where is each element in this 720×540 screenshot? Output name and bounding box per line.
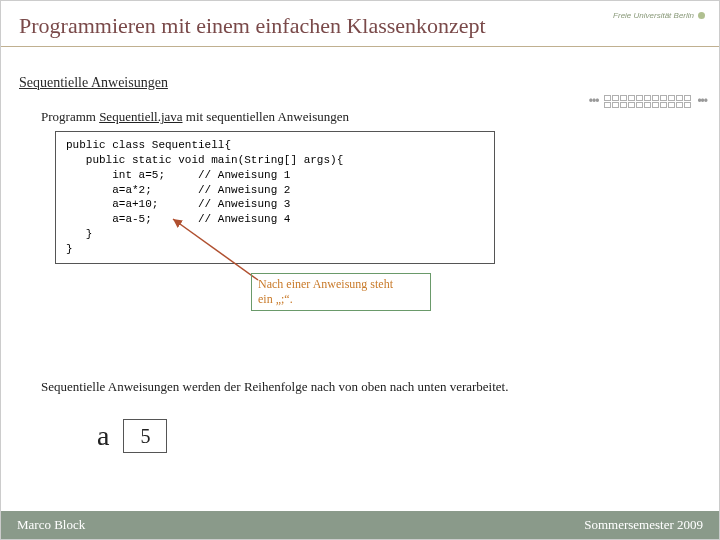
logo-text: Freie Universität Berlin bbox=[613, 11, 694, 20]
section-title: Sequentielle Anweisungen bbox=[19, 75, 719, 91]
page-title: Programmieren mit einem einfachen Klasse… bbox=[1, 1, 719, 39]
slide: Programmieren mit einem einfachen Klasse… bbox=[0, 0, 720, 540]
footer-semester: Sommersemester 2009 bbox=[584, 517, 703, 533]
header: Programmieren mit einem einfachen Klasse… bbox=[1, 1, 719, 47]
footer-author: Marco Block bbox=[17, 517, 85, 533]
film-strip-graphic: ••• ••• bbox=[589, 91, 707, 111]
code-block: public class Sequentiell{ public static … bbox=[55, 131, 495, 264]
film-frames bbox=[604, 95, 691, 108]
variable-value: 5 bbox=[123, 419, 167, 453]
dots-right-icon: ••• bbox=[697, 94, 707, 108]
annotation-box: Nach einer Anweisung steht ein „;“. bbox=[251, 273, 431, 311]
annotation-line2: ein „;“. bbox=[258, 292, 424, 307]
variable-display: a 5 bbox=[97, 419, 167, 453]
annotation-line1: Nach einer Anweisung steht bbox=[258, 277, 424, 292]
program-description: Programm Sequentiell.java mit sequentiel… bbox=[41, 109, 719, 125]
variable-name: a bbox=[97, 420, 109, 452]
desc-pre: Programm bbox=[41, 109, 99, 124]
desc-link: Sequentiell.java bbox=[99, 109, 182, 124]
body-text: Sequentielle Anweisungen werden der Reih… bbox=[41, 379, 719, 395]
desc-post: mit sequentiellen Anweisungen bbox=[183, 109, 349, 124]
university-logo: Freie Universität Berlin bbox=[613, 11, 705, 20]
footer: Marco Block Sommersemester 2009 bbox=[1, 511, 719, 539]
dots-left-icon: ••• bbox=[589, 94, 599, 108]
logo-icon bbox=[698, 12, 705, 19]
